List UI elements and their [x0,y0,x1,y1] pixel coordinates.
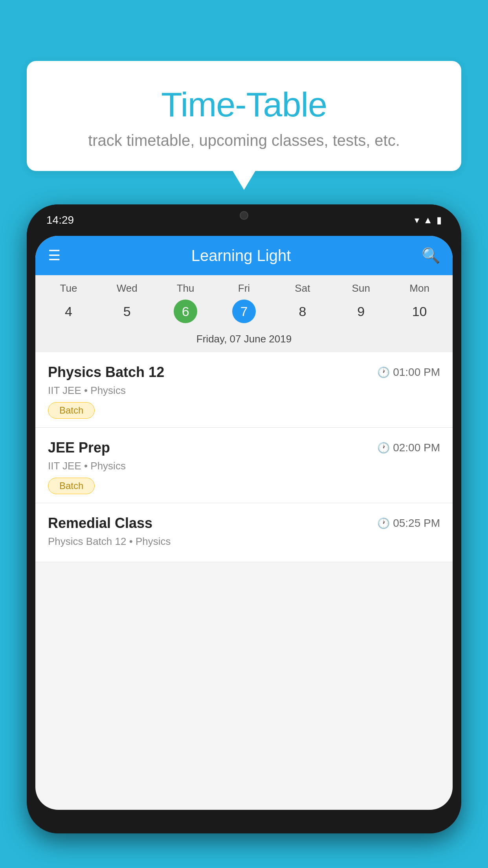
date-cell[interactable]: 5 [98,300,156,323]
batch-tag: Batch [48,402,95,419]
classes-list: Physics Batch 12 🕐 01:00 PM IIT JEE • Ph… [35,352,453,562]
selected-date-label: Friday, 07 June 2019 [35,329,453,352]
bubble-subtitle: track timetable, upcoming classes, tests… [46,132,442,149]
dates-row: 45678910 [35,298,453,329]
weekdays-row: TueWedThuFriSatSunMon [35,275,453,298]
weekday-label: Sun [332,282,390,294]
class-time: 🕐 02:00 PM [377,441,440,454]
weekday-label: Tue [39,282,98,294]
date-cell[interactable]: 4 [39,300,98,323]
date-number: 9 [349,300,373,323]
date-cell[interactable]: 7 [215,300,273,323]
class-name: Physics Batch 12 [48,364,164,381]
class-subject: Physics Batch 12 • Physics [48,535,440,548]
class-subject: IIT JEE • Physics [48,384,440,397]
date-number: 8 [291,300,314,323]
weekday-label: Sat [273,282,332,294]
date-cell[interactable]: 8 [273,300,332,323]
bubble-title: Time-Table [46,85,442,125]
app-title: Learning Light [72,247,410,265]
batch-tag: Batch [48,478,95,494]
camera [240,211,248,220]
status-bar: 14:29 ▾ ▲ ▮ [27,204,461,236]
class-name: JEE Prep [48,440,110,456]
class-item[interactable]: Remedial Class 🕐 05:25 PM Physics Batch … [35,503,453,562]
weekday-label: Mon [390,282,449,294]
class-header: Physics Batch 12 🕐 01:00 PM [48,364,440,381]
class-subject: IIT JEE • Physics [48,460,440,472]
class-item[interactable]: Physics Batch 12 🕐 01:00 PM IIT JEE • Ph… [35,352,453,428]
calendar-section: TueWedThuFriSatSunMon 45678910 Friday, 0… [35,275,453,352]
class-header: JEE Prep 🕐 02:00 PM [48,440,440,456]
class-name: Remedial Class [48,515,152,531]
menu-icon[interactable]: ☰ [48,247,61,264]
app-bar: ☰ Learning Light 🔍 [35,236,453,275]
class-item[interactable]: JEE Prep 🕐 02:00 PM IIT JEE • Physics Ba… [35,428,453,503]
date-cell[interactable]: 6 [156,300,215,323]
date-number: 4 [57,300,80,323]
class-time: 🕐 05:25 PM [377,517,440,530]
speech-bubble: Time-Table track timetable, upcoming cla… [27,61,461,171]
date-number: 7 [232,300,256,323]
status-icons: ▾ ▲ ▮ [415,215,442,226]
search-icon[interactable]: 🔍 [422,247,440,264]
speech-bubble-container: Time-Table track timetable, upcoming cla… [27,61,461,171]
signal-icon: ▲ [423,215,433,226]
date-number: 5 [115,300,139,323]
date-cell[interactable]: 10 [390,300,449,323]
weekday-label: Fri [215,282,273,294]
phone-body: 14:29 ▾ ▲ ▮ ☰ Learning Light 🔍 TueWedThu… [27,204,461,833]
battery-icon: ▮ [437,215,442,226]
clock-icon: 🕐 [377,366,390,379]
clock-icon: 🕐 [377,442,390,454]
status-time: 14:29 [46,214,74,226]
class-header: Remedial Class 🕐 05:25 PM [48,515,440,531]
clock-icon: 🕐 [377,517,390,530]
wifi-icon: ▾ [415,215,419,226]
phone-screen: ☰ Learning Light 🔍 TueWedThuFriSatSunMon… [35,236,453,810]
weekday-label: Wed [98,282,156,294]
date-cell[interactable]: 9 [332,300,390,323]
phone-wrapper: 14:29 ▾ ▲ ▮ ☰ Learning Light 🔍 TueWedThu… [27,204,461,868]
phone-notch [213,204,275,226]
class-time: 🕐 01:00 PM [377,366,440,379]
weekday-label: Thu [156,282,215,294]
date-number: 10 [408,300,431,323]
date-number: 6 [174,300,197,323]
